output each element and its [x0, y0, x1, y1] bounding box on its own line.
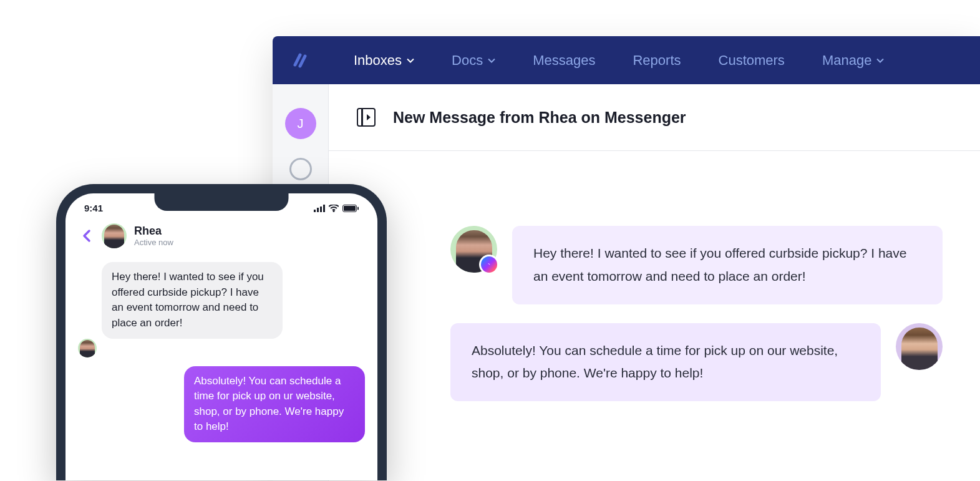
- message-bubble-incoming: Hey there! I wanted to see if you offere…: [512, 226, 943, 304]
- nav-item-label: Inboxes: [354, 52, 402, 69]
- phone-bubble-incoming: Hey there! I wanted to see if you offere…: [102, 262, 283, 339]
- phone-contact-status: Active now: [134, 238, 173, 247]
- signal-icon: [314, 205, 325, 212]
- message-header: New Message from Rhea on Messenger: [329, 84, 980, 151]
- agent-avatar[interactable]: [896, 323, 943, 370]
- sidebar-avatar[interactable]: J: [285, 108, 316, 139]
- phone-mockup: 9:41 Rhea Active now Hey there! I wanted…: [56, 184, 387, 480]
- nav-item-label: Reports: [633, 52, 681, 69]
- phone-bubble-outgoing: Absolutely! You can schedule a time for …: [184, 366, 365, 443]
- phone-chat-header: Rhea Active now: [65, 218, 377, 257]
- chevron-down-icon: [488, 58, 495, 63]
- phone-message-avatar: [78, 339, 97, 357]
- phone-notch: [155, 192, 289, 211]
- phone-header-text: Rhea Active now: [134, 225, 173, 247]
- main-content: New Message from Rhea on Messenger: [329, 84, 980, 481]
- nav-item-label: Customers: [719, 52, 785, 69]
- nav-manage[interactable]: Manage: [822, 52, 885, 69]
- conversation-thread: Hey there! I wanted to see if you offere…: [329, 151, 980, 445]
- svg-rect-2: [320, 206, 322, 212]
- nav-inboxes[interactable]: Inboxes: [354, 52, 414, 69]
- nav-docs[interactable]: Docs: [452, 52, 495, 69]
- svg-rect-0: [314, 210, 316, 212]
- phone-time: 9:41: [84, 203, 103, 213]
- phone-contact-name: Rhea: [134, 225, 173, 238]
- svg-point-4: [333, 210, 335, 212]
- nav-reports[interactable]: Reports: [633, 52, 681, 69]
- phone-conversation: Hey there! I wanted to see if you offere…: [65, 257, 377, 456]
- message-row-outgoing: Absolutely! You can schedule a time for …: [450, 323, 949, 402]
- battery-icon: [342, 205, 359, 212]
- app-logo-icon[interactable]: [291, 51, 310, 70]
- wifi-icon: [329, 205, 339, 212]
- phone-message-row-outgoing: Absolutely! You can schedule a time for …: [78, 366, 365, 443]
- svg-rect-6: [344, 206, 356, 211]
- sidebar-search-icon[interactable]: [289, 158, 312, 180]
- messenger-badge-icon: [479, 255, 499, 275]
- nav-item-label: Messages: [533, 52, 595, 69]
- expand-panel-icon[interactable]: [357, 108, 376, 127]
- avatar-container: [450, 226, 497, 273]
- avatar-container: [896, 323, 943, 370]
- back-chevron-icon[interactable]: [79, 228, 94, 243]
- nav-item-label: Manage: [822, 52, 872, 69]
- phone-status-icons: [314, 205, 359, 212]
- phone-message-row-incoming: Hey there! I wanted to see if you offere…: [78, 262, 365, 339]
- chevron-down-icon: [407, 58, 414, 63]
- message-bubble-outgoing: Absolutely! You can schedule a time for …: [450, 323, 881, 402]
- svg-rect-7: [357, 206, 359, 210]
- nav-customers[interactable]: Customers: [719, 52, 785, 69]
- message-title: New Message from Rhea on Messenger: [393, 109, 686, 127]
- top-nav: Inboxes Docs Messages Reports Customers …: [273, 36, 980, 84]
- svg-rect-3: [323, 205, 325, 212]
- message-row-incoming: Hey there! I wanted to see if you offere…: [450, 226, 949, 304]
- phone-contact-avatar[interactable]: [102, 223, 127, 248]
- nav-item-label: Docs: [452, 52, 483, 69]
- nav-messages[interactable]: Messages: [533, 52, 595, 69]
- svg-rect-1: [317, 208, 319, 212]
- chevron-down-icon: [876, 58, 884, 63]
